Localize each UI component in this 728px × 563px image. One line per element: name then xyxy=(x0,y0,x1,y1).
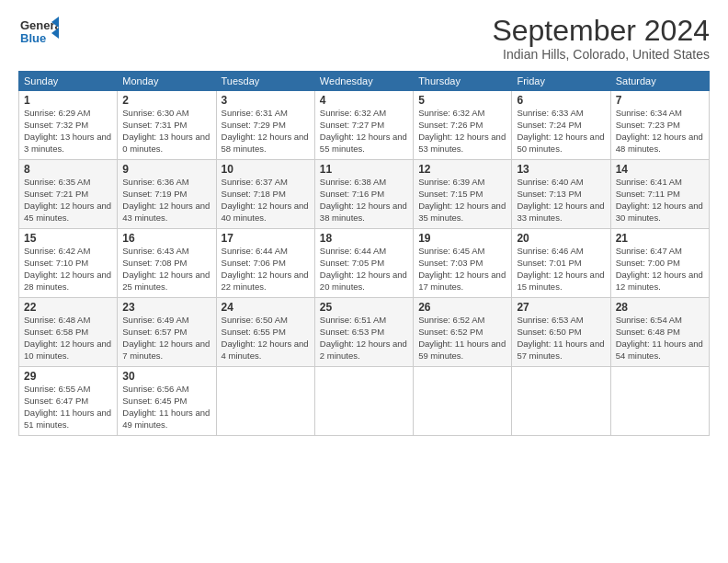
day-cell-4: 4 Sunrise: 6:32 AMSunset: 7:27 PMDayligh… xyxy=(314,91,413,160)
col-tuesday: Tuesday xyxy=(216,72,314,91)
day-cell-3: 3 Sunrise: 6:31 AMSunset: 7:29 PMDayligh… xyxy=(216,91,314,160)
empty-cell-3 xyxy=(414,367,512,436)
logo-icon: General Blue xyxy=(18,15,59,52)
page: General Blue September 2024 Indian Hills… xyxy=(0,0,728,563)
header: General Blue September 2024 Indian Hills… xyxy=(18,15,710,62)
day-cell-14: 14 Sunrise: 6:41 AMSunset: 7:11 PMDaylig… xyxy=(610,160,709,229)
day-cell-24: 24 Sunrise: 6:50 AMSunset: 6:55 PMDaylig… xyxy=(216,298,314,367)
page-subtitle: Indian Hills, Colorado, United States xyxy=(492,47,710,62)
col-friday: Friday xyxy=(512,72,610,91)
day-cell-20: 20 Sunrise: 6:46 AMSunset: 7:01 PMDaylig… xyxy=(512,229,610,298)
day-cell-2: 2 Sunrise: 6:30 AMSunset: 7:31 PMDayligh… xyxy=(118,91,216,160)
week-row-3: 15 Sunrise: 6:42 AMSunset: 7:10 PMDaylig… xyxy=(19,229,710,298)
day-cell-29: 29 Sunrise: 6:55 AMSunset: 6:47 PMDaylig… xyxy=(19,367,118,436)
day-cell-30: 30 Sunrise: 6:56 AMSunset: 6:45 PMDaylig… xyxy=(118,367,216,436)
svg-text:Blue: Blue xyxy=(20,31,46,45)
day-cell-12: 12 Sunrise: 6:39 AMSunset: 7:15 PMDaylig… xyxy=(414,160,512,229)
day-cell-8: 8 Sunrise: 6:35 AMSunset: 7:21 PMDayligh… xyxy=(19,160,118,229)
calendar-table: Sunday Monday Tuesday Wednesday Thursday… xyxy=(18,71,710,436)
svg-text:General: General xyxy=(20,18,59,32)
day-cell-21: 21 Sunrise: 6:47 AMSunset: 7:00 PMDaylig… xyxy=(610,229,709,298)
week-row-5: 29 Sunrise: 6:55 AMSunset: 6:47 PMDaylig… xyxy=(19,367,710,436)
empty-cell-5 xyxy=(610,367,709,436)
day-cell-18: 18 Sunrise: 6:44 AMSunset: 7:05 PMDaylig… xyxy=(314,229,413,298)
page-title: September 2024 xyxy=(492,15,710,47)
day-cell-19: 19 Sunrise: 6:45 AMSunset: 7:03 PMDaylig… xyxy=(414,229,512,298)
day-cell-22: 22 Sunrise: 6:48 AMSunset: 6:58 PMDaylig… xyxy=(19,298,118,367)
day-cell-16: 16 Sunrise: 6:43 AMSunset: 7:08 PMDaylig… xyxy=(118,229,216,298)
day-cell-1: 1 Sunrise: 6:29 AMSunset: 7:32 PMDayligh… xyxy=(19,91,118,160)
day-cell-13: 13 Sunrise: 6:40 AMSunset: 7:13 PMDaylig… xyxy=(512,160,610,229)
title-block: September 2024 Indian Hills, Colorado, U… xyxy=(492,15,710,62)
week-row-4: 22 Sunrise: 6:48 AMSunset: 6:58 PMDaylig… xyxy=(19,298,710,367)
calendar-header-row: Sunday Monday Tuesday Wednesday Thursday… xyxy=(19,72,710,91)
col-wednesday: Wednesday xyxy=(314,72,413,91)
empty-cell-4 xyxy=(512,367,610,436)
col-monday: Monday xyxy=(118,72,216,91)
logo: General Blue xyxy=(18,15,59,55)
empty-cell-2 xyxy=(314,367,413,436)
day-cell-25: 25 Sunrise: 6:51 AMSunset: 6:53 PMDaylig… xyxy=(314,298,413,367)
day-cell-5: 5 Sunrise: 6:32 AMSunset: 7:26 PMDayligh… xyxy=(414,91,512,160)
day-cell-11: 11 Sunrise: 6:38 AMSunset: 7:16 PMDaylig… xyxy=(314,160,413,229)
day-cell-10: 10 Sunrise: 6:37 AMSunset: 7:18 PMDaylig… xyxy=(216,160,314,229)
col-thursday: Thursday xyxy=(414,72,512,91)
day-cell-7: 7 Sunrise: 6:34 AMSunset: 7:23 PMDayligh… xyxy=(610,91,709,160)
day-cell-17: 17 Sunrise: 6:44 AMSunset: 7:06 PMDaylig… xyxy=(216,229,314,298)
day-cell-23: 23 Sunrise: 6:49 AMSunset: 6:57 PMDaylig… xyxy=(118,298,216,367)
week-row-2: 8 Sunrise: 6:35 AMSunset: 7:21 PMDayligh… xyxy=(19,160,710,229)
day-cell-6: 6 Sunrise: 6:33 AMSunset: 7:24 PMDayligh… xyxy=(512,91,610,160)
day-cell-15: 15 Sunrise: 6:42 AMSunset: 7:10 PMDaylig… xyxy=(19,229,118,298)
day-cell-9: 9 Sunrise: 6:36 AMSunset: 7:19 PMDayligh… xyxy=(118,160,216,229)
day-cell-28: 28 Sunrise: 6:54 AMSunset: 6:48 PMDaylig… xyxy=(610,298,709,367)
week-row-1: 1 Sunrise: 6:29 AMSunset: 7:32 PMDayligh… xyxy=(19,91,710,160)
col-sunday: Sunday xyxy=(19,72,118,91)
day-cell-27: 27 Sunrise: 6:53 AMSunset: 6:50 PMDaylig… xyxy=(512,298,610,367)
empty-cell-1 xyxy=(216,367,314,436)
col-saturday: Saturday xyxy=(610,72,709,91)
day-cell-26: 26 Sunrise: 6:52 AMSunset: 6:52 PMDaylig… xyxy=(414,298,512,367)
